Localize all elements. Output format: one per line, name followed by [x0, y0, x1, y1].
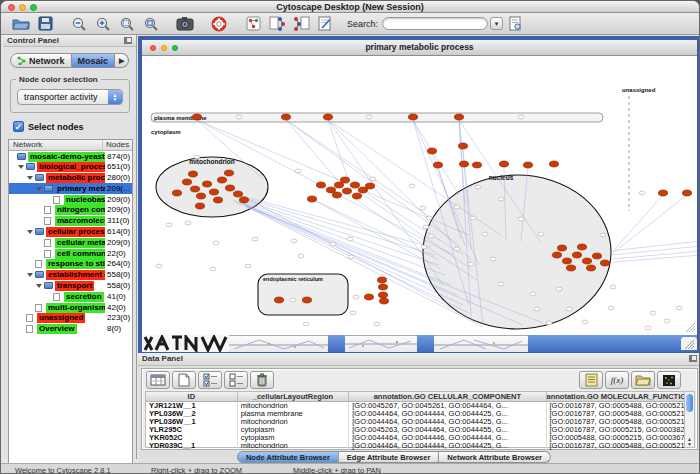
network-node-minor[interactable] [518, 217, 524, 221]
create-attribute-icon[interactable] [172, 371, 196, 389]
zoom-in-icon[interactable] [92, 15, 114, 33]
network-node[interactable] [658, 190, 667, 196]
disclosure-triangle-icon[interactable] [27, 230, 33, 234]
network-node-minor[interactable] [291, 239, 297, 243]
network-node[interactable] [682, 190, 691, 196]
network-node[interactable] [352, 193, 361, 199]
network-node[interactable] [582, 258, 591, 264]
network-node-minor[interactable] [650, 311, 656, 315]
network-node[interactable] [196, 193, 205, 199]
network-node[interactable] [562, 258, 571, 264]
network-node-minor[interactable] [426, 216, 432, 220]
snapshot-camera-icon[interactable] [174, 15, 196, 33]
network-node-minor[interactable] [608, 306, 614, 310]
table-row[interactable]: YLR295Ccytoplasm[GO:0045263, GO:0044464,… [146, 426, 685, 434]
network-overview-icon[interactable] [242, 15, 264, 33]
tree-row[interactable]: response to stimul264(0) [9, 259, 132, 270]
zoom-out-icon[interactable] [68, 15, 90, 33]
scrollbar-arrows-icon[interactable]: ▲▼ [685, 437, 694, 447]
table-row[interactable]: YPL036W__1mitochondrion[GO:0044464, GO:0… [146, 418, 685, 426]
network-node[interactable] [408, 114, 417, 120]
network-node[interactable] [209, 189, 218, 195]
tree-row[interactable]: metabolic process280(0) [9, 173, 132, 184]
tree-row[interactable]: biological_process651(0) [9, 162, 132, 173]
network-node[interactable] [364, 294, 373, 300]
network-node[interactable] [577, 244, 586, 250]
column-header[interactable]: ID [146, 392, 238, 402]
background-window-resize-grip[interactable] [681, 337, 697, 350]
network-node-minor[interactable] [556, 287, 562, 291]
float-panel-icon[interactable] [689, 355, 697, 362]
background-window-3[interactable] [345, 335, 417, 352]
network-node-minor[interactable] [676, 306, 682, 310]
network-node-minor[interactable] [236, 115, 242, 119]
network-node[interactable] [182, 179, 191, 185]
network-node[interactable] [172, 190, 181, 196]
network-node[interactable] [433, 162, 442, 168]
network-node-minor[interactable] [475, 185, 481, 189]
network-edge[interactable] [240, 197, 435, 255]
disclosure-triangle-icon[interactable] [18, 165, 24, 169]
table-row[interactable]: YDR039C__1mitochondrion[GO:0044464, GO:0… [146, 442, 685, 450]
network-node[interactable] [365, 183, 374, 189]
import-attributes-icon[interactable] [579, 371, 603, 389]
network-node[interactable] [188, 171, 197, 177]
network-node-minor[interactable] [213, 241, 219, 245]
network-node[interactable] [499, 161, 508, 167]
background-window-2[interactable] [229, 335, 328, 352]
network-node[interactable] [233, 191, 242, 197]
network-node[interactable] [459, 161, 468, 167]
network-node-minor[interactable] [610, 285, 616, 289]
scrollbar-thumb[interactable] [686, 394, 693, 412]
network-node-minor[interactable] [303, 322, 309, 326]
formula-builder-icon[interactable]: f(x) [605, 371, 629, 389]
network-node-minor[interactable] [374, 322, 380, 326]
advanced-search-icon[interactable] [504, 15, 526, 33]
background-window-1[interactable] [142, 335, 229, 352]
network-canvas[interactable]: plasma membranecytoplasmmitochondrionnuc… [142, 56, 697, 349]
network-node-minor[interactable] [534, 307, 540, 311]
network-edge[interactable] [286, 120, 433, 219]
network-view-title-bar[interactable]: primary metabolic process [142, 40, 697, 56]
tree-row[interactable]: transport558(0) [9, 281, 132, 292]
network-node[interactable] [523, 162, 532, 168]
network-node[interactable] [217, 177, 226, 183]
tab-edge-attribute-browser[interactable]: Edge Attribute Browser [339, 451, 439, 463]
tab-network[interactable]: Network [10, 53, 72, 68]
tree-row[interactable]: nucleobase-209(0) [9, 194, 132, 205]
network-node[interactable] [307, 196, 316, 202]
network-node[interactable] [592, 253, 601, 259]
delete-attribute-icon[interactable] [250, 371, 274, 389]
network-node[interactable] [572, 252, 581, 258]
network-node-minor[interactable] [468, 262, 474, 266]
network-node[interactable] [225, 185, 234, 191]
network-node-minor[interactable] [538, 232, 544, 236]
tree-row[interactable]: nitrogen compo209(0) [9, 205, 132, 216]
column-header[interactable]: annotation.GO CELLULAR_COMPONENT [349, 392, 546, 402]
network-node[interactable] [302, 297, 311, 303]
network-node[interactable] [454, 114, 463, 120]
tree-row[interactable]: primary metabo209(... [9, 183, 132, 194]
table-row[interactable]: YPL036W__2plasma membrane[GO:0044464, GO… [146, 410, 685, 418]
network-node-minor[interactable] [420, 206, 426, 210]
network-node-minor[interactable] [423, 225, 429, 229]
network-node[interactable] [239, 197, 248, 203]
help-lifesaver-icon[interactable] [208, 15, 230, 33]
annotation-icon[interactable] [314, 15, 336, 33]
network-node[interactable] [379, 298, 388, 304]
network-node-minor[interactable] [295, 169, 301, 173]
apply-layout-icon[interactable] [266, 15, 288, 33]
network-node-minor[interactable] [582, 320, 588, 324]
apply-vizmap-icon[interactable] [290, 15, 312, 33]
disclosure-triangle-icon[interactable] [27, 273, 33, 277]
network-edge[interactable] [615, 195, 663, 249]
column-header[interactable]: _cellularLayoutRegion [238, 392, 350, 402]
network-node-minor[interactable] [252, 237, 258, 241]
network-node-minor[interactable] [330, 242, 336, 246]
network-node-minor[interactable] [185, 221, 191, 225]
attribute-select-icon[interactable] [146, 371, 170, 389]
open-file-icon[interactable] [10, 15, 32, 33]
network-edge[interactable] [413, 120, 459, 195]
network-node[interactable] [549, 161, 558, 167]
select-all-attributes-icon[interactable] [198, 371, 222, 389]
